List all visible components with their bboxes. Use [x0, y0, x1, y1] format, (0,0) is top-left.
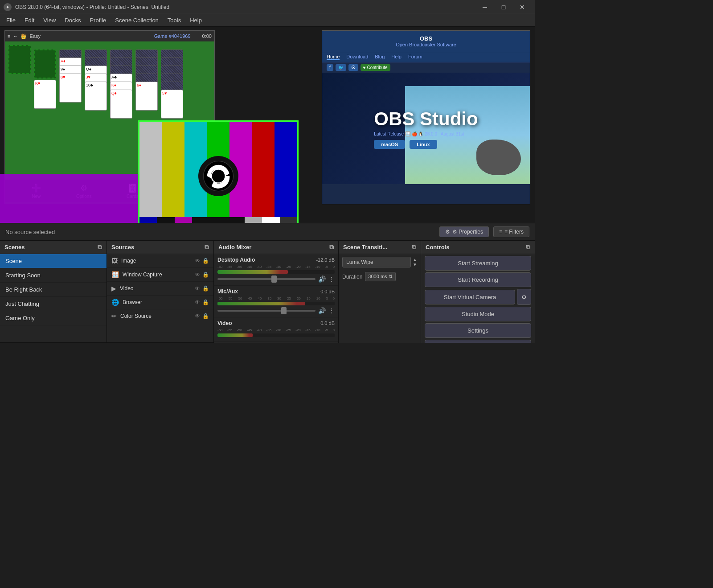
menu-docks[interactable]: Docks: [60, 15, 85, 25]
close-button[interactable]: ✕: [513, 0, 531, 14]
sources-panel: Sources ⧉ 🖼 Image 👁 🔒 🪟 Window Capture 👁…: [107, 241, 214, 343]
menu-file[interactable]: File: [2, 15, 20, 25]
exit-button[interactable]: Exit: [425, 340, 531, 343]
transitions-dock-icon[interactable]: ⧉: [412, 243, 416, 251]
image-icon: 🖼: [111, 257, 118, 264]
eye-icon[interactable]: 👁: [195, 299, 200, 305]
mic-mute-btn[interactable]: 🔊: [318, 307, 326, 314]
duration-arrows[interactable]: ⇅: [389, 274, 393, 279]
start-streaming-button[interactable]: Start Streaming: [425, 256, 531, 271]
controls-dock-icon[interactable]: ⧉: [526, 243, 530, 251]
github-btn[interactable]: ⦿: [348, 64, 358, 71]
bottom-6: [245, 217, 262, 223]
desktop-audio-name: Desktop Audio: [217, 257, 255, 263]
menu-tools[interactable]: Tools: [163, 15, 185, 25]
lock-icon[interactable]: 🔒: [202, 271, 209, 278]
desktop-audio-channel: Desktop Audio -12.0 dB -60-55-50-45-40-3…: [214, 254, 338, 286]
nav-forum[interactable]: Forum: [408, 54, 422, 60]
desktop-mute-btn[interactable]: 🔊: [318, 275, 326, 283]
scene-item-scene[interactable]: Scene: [0, 254, 107, 268]
menu-help[interactable]: Help: [185, 15, 206, 25]
mic-fader-thumb[interactable]: [281, 307, 287, 314]
scene-item-brb[interactable]: Be Right Back: [0, 283, 107, 297]
audio-dock-icon[interactable]: ⧉: [329, 243, 334, 251]
filters-button[interactable]: ≡ ≡ Filters: [493, 226, 529, 237]
nav-blog[interactable]: Blog: [375, 54, 385, 60]
mic-header: Mic/Aux 0.0 dB: [217, 288, 335, 295]
sources-header: Sources ⧉: [107, 241, 213, 254]
video-icon: ▶: [111, 285, 116, 292]
eye-icon[interactable]: 👁: [195, 313, 200, 319]
color-bars: [138, 120, 299, 223]
scenes-dock-icon[interactable]: ⧉: [98, 243, 102, 251]
menu-profile[interactable]: Profile: [85, 15, 111, 25]
transition-arrows[interactable]: ▲ ▼: [413, 257, 417, 267]
studio-mode-button[interactable]: Studio Mode: [425, 307, 531, 321]
source-image-controls: 👁 🔒: [195, 258, 209, 264]
obs-socials: f 🐦 ⦿ ♥ Contribute: [322, 62, 530, 73]
desktop-more-btn[interactable]: ⋮: [328, 275, 335, 283]
desktop-meter-bar: [217, 270, 288, 274]
mic-fader[interactable]: [217, 310, 316, 312]
menu-scene-collection[interactable]: Scene Collection: [111, 15, 163, 25]
lock-icon[interactable]: 🔒: [202, 285, 209, 292]
properties-button[interactable]: ⚙ ⚙ Properties: [439, 226, 489, 237]
bottom-8: [280, 217, 297, 223]
source-video[interactable]: ▶ Video 👁 🔒: [107, 282, 213, 296]
main-panels: Scenes ⧉ Scene Starting Soon Be Right Ba…: [0, 241, 535, 343]
controls-panel: Controls ⧉ Start Streaming Start Recordi…: [421, 241, 535, 343]
mic-db: 0.0 dB: [320, 289, 335, 294]
lock-icon[interactable]: 🔒: [202, 299, 209, 305]
audio-channels: Desktop Audio -12.0 dB -60-55-50-45-40-3…: [214, 254, 338, 343]
transition-select-row: Luma Wipe ▲ ▼: [339, 254, 421, 270]
scene-item-starting[interactable]: Starting Soon: [0, 268, 107, 283]
eye-icon[interactable]: 👁: [195, 285, 200, 292]
preview-area: ≡ ← 👑 Easy Game #4041969 0:00 K♥ A♦ 9♠: [0, 27, 535, 223]
mic-channel: Mic/Aux 0.0 dB -60-55-50-45-40-35-30-25-…: [214, 286, 338, 317]
minimize-button[interactable]: ─: [476, 0, 494, 14]
nav-help[interactable]: Help: [391, 54, 402, 60]
scenes-toolbar: + 🗑 ∧ ∨: [0, 342, 107, 343]
lock-icon[interactable]: 🔒: [202, 258, 209, 264]
mic-more-btn[interactable]: ⋮: [328, 307, 335, 314]
source-color[interactable]: ✏ Color Source 👁 🔒: [107, 309, 213, 323]
nav-download[interactable]: Download: [346, 54, 368, 60]
linux-btn[interactable]: Linux: [410, 140, 437, 149]
desktop-fader-thumb[interactable]: [271, 275, 277, 283]
desktop-audio-header: Desktop Audio -12.0 dB: [217, 257, 335, 263]
contribute-btn[interactable]: ♥ Contribute: [361, 64, 390, 71]
obs-website: OBS Open Broadcaster Software Home Downl…: [322, 30, 530, 204]
source-bar: No source selected ⚙ ⚙ Properties ≡ ≡ Fi…: [0, 223, 535, 241]
virtual-cam-settings-button[interactable]: ⚙: [517, 289, 531, 305]
scene-item-game[interactable]: Game Only: [0, 311, 107, 325]
menu-view[interactable]: View: [39, 15, 60, 25]
source-browser[interactable]: 🌐 Browser 👁 🔒: [107, 296, 213, 309]
eye-icon[interactable]: 👁: [195, 271, 200, 278]
solitaire-titlebar: ≡ ← 👑 Easy Game #4041969 0:00: [5, 31, 214, 41]
video-meter-bar: [217, 333, 253, 337]
lock-icon[interactable]: 🔒: [202, 313, 209, 319]
transition-dropdown[interactable]: Luma Wipe: [342, 257, 411, 267]
start-virtual-cam-button[interactable]: Start Virtual Camera: [425, 290, 515, 304]
menu-edit[interactable]: Edit: [20, 15, 39, 25]
nav-home[interactable]: Home: [327, 54, 340, 60]
maximize-button[interactable]: □: [495, 0, 512, 14]
eye-icon[interactable]: 👁: [195, 258, 200, 264]
source-image[interactable]: 🖼 Image 👁 🔒: [107, 254, 213, 268]
video-meter-bg: [217, 333, 335, 337]
obs-hero-title: OBS Studio: [374, 108, 478, 130]
start-recording-button[interactable]: Start Recording: [425, 272, 531, 287]
game-time: 0:00: [202, 33, 212, 39]
source-browser-controls: 👁 🔒: [195, 299, 209, 305]
settings-button[interactable]: Settings: [425, 323, 531, 338]
sources-dock-icon[interactable]: ⧉: [205, 243, 209, 251]
desktop-fader[interactable]: [217, 278, 316, 280]
scene-item-chatting[interactable]: Just Chatting: [0, 297, 107, 311]
macos-btn[interactable]: macOS: [374, 140, 405, 149]
twitter-btn[interactable]: 🐦: [336, 64, 346, 71]
titlebar: ● OBS 28.0.0 (64-bit, windows) - Profile…: [0, 0, 535, 14]
source-window[interactable]: 🪟 Window Capture 👁 🔒: [107, 268, 213, 282]
gear-icon: ⚙: [445, 229, 450, 235]
window-icon: 🪟: [111, 271, 119, 278]
facebook-btn[interactable]: f: [327, 64, 333, 71]
